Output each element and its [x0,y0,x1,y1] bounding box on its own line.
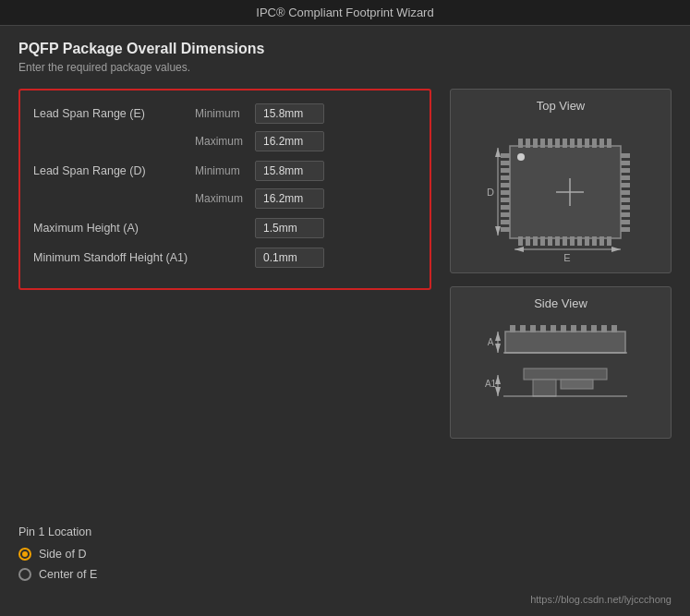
radio-circle [18,568,31,581]
title-bar: IPC® Compliant Footprint Wizard [0,0,690,26]
svg-rect-51 [621,190,630,195]
param-group-0: Lead Span Range (E)MinimumMaximum [33,103,417,151]
right-panel: Top View D E [450,89,672,588]
svg-text:A: A [488,337,494,347]
svg-marker-61 [495,332,501,341]
param-label: Lead Span Range (D) [33,164,195,177]
radio-circle [18,548,31,561]
svg-rect-64 [505,332,625,353]
pin-location-section: Pin 1 Location Side of DCenter of E [18,516,431,588]
main-area: Lead Span Range (E)MinimumMaximumLead Sp… [18,89,672,588]
param-minmax: Maximum [195,192,255,205]
radio-option-1[interactable]: Center of E [18,568,431,581]
svg-rect-44 [501,220,510,224]
svg-rect-29 [570,236,575,246]
svg-rect-30 [577,236,582,246]
svg-rect-46 [621,153,630,158]
param-group-1: Lead Span Range (D)MinimumMaximum [33,161,417,209]
param-value-input[interactable] [255,161,324,181]
svg-rect-68 [540,325,546,332]
svg-rect-11 [533,139,538,148]
param-value-input[interactable] [255,103,324,124]
svg-rect-16 [570,139,575,148]
radio-option-0[interactable]: Side of D [18,548,431,561]
param-row: Maximum [33,188,417,209]
svg-rect-33 [599,236,604,246]
top-view-title: Top View [537,99,586,113]
svg-rect-40 [501,190,510,195]
svg-rect-14 [555,139,560,148]
param-row: Lead Span Range (E)Minimum [33,103,417,124]
param-value-input[interactable] [255,218,324,238]
svg-rect-54 [621,212,630,217]
svg-rect-69 [551,325,556,332]
param-value-input[interactable] [255,131,324,151]
svg-rect-28 [563,236,567,246]
svg-rect-45 [501,227,510,232]
svg-rect-72 [581,325,587,332]
param-row: Lead Span Range (D)Minimum [33,161,417,181]
param-row: Minimum Standoff Height (A1) [33,248,417,268]
svg-rect-53 [621,205,630,210]
svg-point-57 [517,153,525,161]
svg-rect-50 [621,183,630,187]
radio-label: Side of D [39,548,86,561]
param-value-input[interactable] [255,248,324,268]
params-box: Lead Span Range (E)MinimumMaximumLead Sp… [18,89,431,290]
page-subtitle: Enter the required package values. [18,61,672,74]
param-label: Minimum Standoff Height (A1) [33,251,195,264]
svg-rect-20 [599,139,604,148]
param-label: Maximum Height (A) [33,222,195,235]
svg-rect-81 [524,368,607,380]
svg-rect-67 [530,325,536,332]
param-label: Lead Span Range (E) [33,107,195,120]
svg-rect-55 [621,220,630,224]
svg-rect-10 [526,139,530,148]
param-row: Maximum Height (A) [33,218,417,238]
title-bar-text: IPC® Compliant Footprint Wizard [256,6,433,19]
svg-text:D: D [487,187,494,198]
svg-rect-32 [592,236,597,246]
svg-rect-36 [501,161,510,165]
svg-rect-70 [561,325,566,332]
svg-rect-25 [540,236,545,246]
param-value-input[interactable] [255,188,324,209]
svg-rect-71 [571,325,576,332]
svg-rect-47 [621,161,630,165]
svg-rect-82 [533,380,556,396]
side-view-diagram: A [478,318,644,429]
svg-rect-31 [585,236,589,246]
top-view-diagram: D E [478,120,644,263]
svg-rect-48 [621,168,630,173]
svg-rect-18 [585,139,589,148]
page-title: PQFP Package Overall Dimensions [18,41,672,57]
param-minmax: Maximum [195,135,255,148]
svg-rect-13 [548,139,552,148]
svg-rect-24 [533,236,538,246]
top-view-box: Top View D E [450,89,672,273]
svg-rect-37 [501,168,510,173]
svg-rect-23 [526,236,530,246]
svg-marker-5 [514,247,524,252]
svg-marker-79 [495,387,501,396]
svg-rect-66 [520,325,526,332]
param-group-2: Maximum Height (A) [33,218,417,238]
svg-rect-41 [501,198,510,202]
svg-rect-56 [621,227,630,232]
radio-label: Center of E [39,568,97,581]
svg-rect-43 [501,212,510,217]
svg-rect-65 [510,325,515,332]
svg-rect-26 [548,236,552,246]
svg-rect-21 [607,139,611,148]
svg-rect-75 [611,325,617,332]
svg-marker-1 [495,148,501,157]
svg-rect-49 [621,175,630,180]
svg-marker-2 [495,226,501,236]
svg-rect-42 [501,205,510,210]
svg-rect-73 [591,325,597,332]
footer-link: https://blog.csdn.net/lyjccchong [18,588,672,605]
svg-rect-12 [540,139,545,148]
svg-rect-74 [601,325,607,332]
svg-text:E: E [563,252,570,263]
svg-marker-6 [611,247,621,252]
